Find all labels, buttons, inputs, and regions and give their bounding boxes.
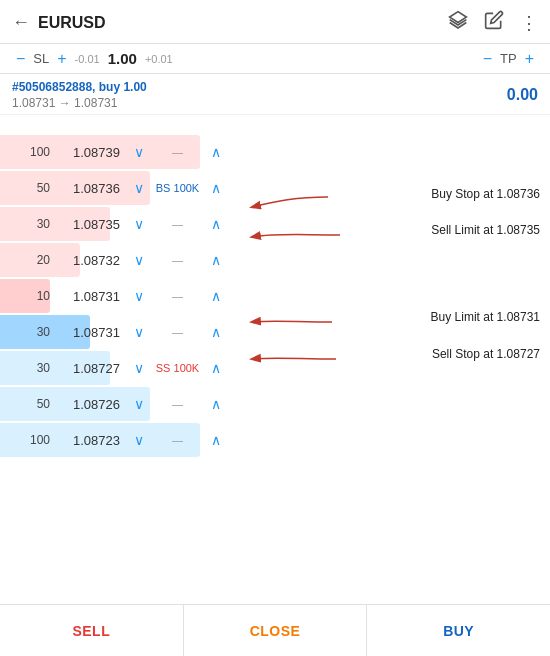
ob-down-btn-6[interactable]: ∨: [132, 358, 146, 378]
ob-row-0: 1001.08739∨—∧: [0, 135, 240, 169]
ob-volume-4: 10: [8, 289, 58, 303]
ob-price-0: 1.08739: [58, 145, 128, 160]
ob-actions-2: ∨—∧: [128, 214, 223, 234]
ob-label-8: —: [150, 434, 205, 446]
sl-label: SL: [33, 51, 49, 66]
ob-up-btn-1[interactable]: ∧: [209, 178, 223, 198]
ob-row-5: 301.08731∨—∧: [0, 315, 240, 349]
ob-price-2: 1.08735: [58, 217, 128, 232]
ob-row-7: 501.08726∨—∧: [0, 387, 240, 421]
bottom-bar: SELL CLOSE BUY: [0, 604, 550, 656]
ob-volume-2: 30: [8, 217, 58, 231]
buy-button[interactable]: BUY: [367, 605, 550, 656]
ob-price-1: 1.08736: [58, 181, 128, 196]
order-info-left: #50506852888, buy 1.00 1.08731 → 1.08731: [12, 80, 147, 110]
header-icons: ⋮: [448, 10, 538, 35]
ob-actions-6: ∨SS 100K∧: [128, 358, 223, 378]
ob-volume-7: 50: [8, 397, 58, 411]
order-info-row: #50506852888, buy 1.00 1.08731 → 1.08731…: [0, 74, 550, 115]
ob-label-1: BS 100K: [150, 182, 205, 194]
ob-label-6: SS 100K: [150, 362, 205, 374]
ob-label-0: —: [150, 146, 205, 158]
ob-label-4: —: [150, 290, 205, 302]
ob-row-3: 201.08732∨—∧: [0, 243, 240, 277]
ob-row-4: 101.08731∨—∧: [0, 279, 240, 313]
sl-plus-button[interactable]: +: [53, 51, 70, 67]
tp-minus-button[interactable]: −: [479, 51, 496, 67]
ob-up-btn-5[interactable]: ∧: [209, 322, 223, 342]
ob-price-7: 1.08726: [58, 397, 128, 412]
ob-up-btn-2[interactable]: ∧: [209, 214, 223, 234]
ob-row-1: 501.08736∨BS 100K∧: [0, 171, 240, 205]
header: ← EURUSD ⋮: [0, 0, 550, 44]
back-button[interactable]: ←: [12, 12, 30, 33]
ob-volume-3: 20: [8, 253, 58, 267]
order-book: 1001.08739∨—∧501.08736∨BS 100K∧301.08735…: [0, 135, 240, 459]
ob-volume-0: 100: [8, 145, 58, 159]
ob-down-btn-1[interactable]: ∨: [132, 178, 146, 198]
ob-volume-1: 50: [8, 181, 58, 195]
tp-label: TP: [500, 51, 517, 66]
ob-actions-3: ∨—∧: [128, 250, 223, 270]
ob-up-btn-4[interactable]: ∧: [209, 286, 223, 306]
ob-volume-8: 100: [8, 433, 58, 447]
ob-price-6: 1.08727: [58, 361, 128, 376]
ob-row-2: 301.08735∨—∧: [0, 207, 240, 241]
ob-actions-5: ∨—∧: [128, 322, 223, 342]
symbol-title: EURUSD: [38, 14, 448, 32]
ob-volume-6: 30: [8, 361, 58, 375]
ob-actions-7: ∨—∧: [128, 394, 223, 414]
buy-limit-annotation: Buy Limit at 1.08731: [431, 310, 540, 324]
sell-stop-annotation: Sell Stop at 1.08727: [432, 347, 540, 361]
close-button[interactable]: CLOSE: [184, 605, 367, 656]
ob-label-2: —: [150, 218, 205, 230]
ob-label-7: —: [150, 398, 205, 410]
ob-down-btn-2[interactable]: ∨: [132, 214, 146, 234]
ob-down-btn-5[interactable]: ∨: [132, 322, 146, 342]
order-pnl: 0.00: [507, 86, 538, 104]
ob-down-btn-3[interactable]: ∨: [132, 250, 146, 270]
ob-up-btn-7[interactable]: ∧: [209, 394, 223, 414]
sl-tp-row: − SL + -0.01 1.00 +0.01 − TP +: [0, 44, 550, 74]
ob-price-3: 1.08732: [58, 253, 128, 268]
ob-actions-1: ∨BS 100K∧: [128, 178, 223, 198]
ob-volume-5: 30: [8, 325, 58, 339]
ob-up-btn-0[interactable]: ∧: [209, 142, 223, 162]
layers-icon[interactable]: [448, 10, 468, 35]
ob-actions-8: ∨—∧: [128, 430, 223, 450]
buy-stop-annotation: Buy Stop at 1.08736: [431, 187, 540, 201]
ob-down-btn-7[interactable]: ∨: [132, 394, 146, 414]
sl-adj-minus: -0.01: [75, 53, 100, 65]
ob-up-btn-8[interactable]: ∧: [209, 430, 223, 450]
sl-adj-plus: +0.01: [145, 53, 173, 65]
ob-label-5: —: [150, 326, 205, 338]
sell-button[interactable]: SELL: [0, 605, 183, 656]
ob-actions-4: ∨—∧: [128, 286, 223, 306]
sl-value: 1.00: [108, 50, 137, 67]
ob-price-4: 1.08731: [58, 289, 128, 304]
main-area: 1001.08739∨—∧501.08736∨BS 100K∧301.08735…: [0, 115, 550, 545]
sell-limit-annotation: Sell Limit at 1.08735: [431, 223, 540, 237]
pencil-icon[interactable]: [484, 10, 504, 35]
tp-plus-button[interactable]: +: [521, 51, 538, 67]
ob-price-5: 1.08731: [58, 325, 128, 340]
order-id: #50506852888, buy 1.00: [12, 80, 147, 94]
sl-minus-button[interactable]: −: [12, 51, 29, 67]
order-route: 1.08731 → 1.08731: [12, 96, 147, 110]
ob-down-btn-8[interactable]: ∨: [132, 430, 146, 450]
ob-row-8: 1001.08723∨—∧: [0, 423, 240, 457]
more-icon[interactable]: ⋮: [520, 12, 538, 34]
ob-down-btn-4[interactable]: ∨: [132, 286, 146, 306]
ob-label-3: —: [150, 254, 205, 266]
ob-actions-0: ∨—∧: [128, 142, 223, 162]
ob-up-btn-3[interactable]: ∧: [209, 250, 223, 270]
ob-row-6: 301.08727∨SS 100K∧: [0, 351, 240, 385]
ob-price-8: 1.08723: [58, 433, 128, 448]
ob-up-btn-6[interactable]: ∧: [209, 358, 223, 378]
ob-down-btn-0[interactable]: ∨: [132, 142, 146, 162]
